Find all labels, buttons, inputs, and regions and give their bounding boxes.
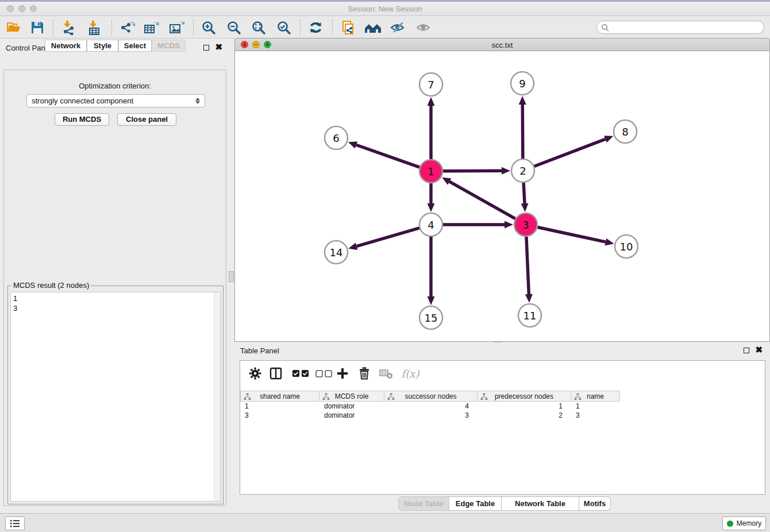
- table-panel: Table Panel ✖: [234, 342, 770, 513]
- mcds-result-text: 1 3: [11, 292, 220, 314]
- zoom-fit-icon[interactable]: [249, 20, 268, 36]
- tab-select[interactable]: Select: [118, 40, 152, 52]
- table-cell[interactable]: 1: [478, 402, 571, 411]
- edge-2-9[interactable]: [522, 105, 523, 159]
- control-panel-title: Control Panel: [6, 44, 51, 52]
- float-panel-icon[interactable]: [203, 45, 209, 51]
- table-cell[interactable]: 4: [384, 402, 478, 411]
- mcds-result-area[interactable]: 1 3: [10, 292, 221, 502]
- zoom-out-icon[interactable]: [224, 20, 244, 36]
- show-hidden-icon[interactable]: [414, 20, 433, 36]
- close-panel-button[interactable]: Close panel: [117, 113, 176, 126]
- export-network-icon[interactable]: [117, 20, 137, 36]
- function-builder-icon[interactable]: f(x): [399, 365, 422, 381]
- select-all-checkbox-icon[interactable]: [291, 365, 311, 381]
- network-overview-icon[interactable]: [363, 20, 383, 36]
- table-cell[interactable]: 3: [240, 411, 319, 420]
- graph-node-label: 8: [622, 126, 628, 138]
- save-session-icon[interactable]: [28, 20, 47, 36]
- tab-mcds[interactable]: MCDS: [152, 40, 186, 52]
- arrowhead-icon: [525, 294, 533, 303]
- result-scrollbar[interactable]: [214, 292, 220, 501]
- tab-node-table[interactable]: Node Table: [398, 496, 449, 511]
- tab-select-label: Select: [124, 41, 146, 50]
- network-canvas[interactable]: 7968124314101511: [234, 51, 770, 342]
- show-columns-icon[interactable]: [268, 365, 284, 381]
- hide-selected-icon[interactable]: [388, 20, 408, 36]
- zoom-selected-icon[interactable]: [274, 20, 294, 36]
- arrowhead-icon: [505, 221, 513, 229]
- column-header-label: predecessor nodes: [495, 392, 553, 400]
- search-input[interactable]: [611, 24, 764, 32]
- tab-network-table[interactable]: Network Table: [502, 496, 579, 511]
- main-titlebar: Session: New Session: [0, 2, 770, 16]
- table-cell[interactable]: dominator: [319, 411, 384, 420]
- arrowhead-icon: [502, 167, 510, 175]
- edge-3-11[interactable]: [526, 237, 529, 294]
- export-image-icon[interactable]: [167, 20, 186, 36]
- toolbar-separator: [193, 20, 194, 36]
- list-icon: [10, 519, 20, 528]
- tab-motifs[interactable]: Motifs: [579, 496, 611, 511]
- network-window-title: scc.txt: [235, 41, 769, 49]
- task-history-button[interactable]: [5, 516, 25, 530]
- deselect-all-checkbox-icon[interactable]: [314, 365, 334, 381]
- column-header-MCDS-role[interactable]: MCDS role: [319, 391, 384, 402]
- arrowhead-icon: [348, 242, 357, 249]
- search-icon: [601, 24, 609, 32]
- close-panel-icon[interactable]: ✖: [215, 44, 222, 50]
- delete-column-icon[interactable]: [356, 365, 372, 381]
- control-panel: Control Panel ✖ Network Style Select MCD…: [0, 40, 230, 513]
- edge-4-14[interactable]: [357, 228, 419, 246]
- import-network-icon[interactable]: [59, 20, 78, 36]
- import-table-icon[interactable]: [84, 20, 104, 36]
- graph-node-label: 6: [333, 132, 339, 144]
- edge-2-3[interactable]: [523, 183, 525, 203]
- tab-network[interactable]: Network: [45, 40, 87, 52]
- toolbar-separator: [300, 20, 301, 36]
- criterion-select[interactable]: strongly connected component: [26, 94, 205, 107]
- memory-button[interactable]: Memory: [722, 516, 766, 530]
- add-column-icon[interactable]: [334, 365, 351, 381]
- column-header-shared-name[interactable]: shared name: [240, 391, 319, 402]
- zoom-in-icon[interactable]: [199, 20, 218, 36]
- table-settings-icon[interactable]: [247, 365, 263, 381]
- table-cell[interactable]: 1: [240, 402, 319, 411]
- edge-1-6[interactable]: [356, 145, 419, 167]
- session-title: Session: New Session: [0, 5, 770, 13]
- edge-1-2[interactable]: [443, 171, 502, 171]
- table-cell[interactable]: dominator: [319, 402, 384, 411]
- search-field[interactable]: [596, 21, 764, 34]
- tab-edge-table[interactable]: Edge Table: [449, 496, 502, 511]
- table-close-icon[interactable]: ✖: [755, 347, 763, 353]
- table-tabs-row: Node TableEdge TableNetwork TableMotifs: [234, 496, 770, 511]
- graph-node-label: 1: [428, 165, 434, 178]
- graph-node-label: 11: [523, 310, 537, 322]
- status-bar: Memory: [0, 513, 770, 532]
- duplicate-network-icon[interactable]: [338, 20, 358, 36]
- edge-3-10[interactable]: [538, 227, 606, 242]
- apply-layout-icon[interactable]: [306, 20, 326, 36]
- main-toolbar: [0, 17, 770, 38]
- edge-2-8[interactable]: [534, 139, 606, 166]
- export-table-icon[interactable]: [141, 20, 161, 36]
- column-header-label: name: [587, 392, 604, 400]
- delete-table-icon[interactable]: [378, 365, 394, 381]
- column-header-name[interactable]: name: [571, 391, 620, 402]
- network-window-titlebar[interactable]: x − + scc.txt: [234, 38, 770, 51]
- vertical-splitter-grip[interactable]: [229, 271, 234, 282]
- table-cell[interactable]: 2: [478, 411, 571, 420]
- edge-3-1[interactable]: [449, 182, 515, 219]
- graph-node-label: 4: [428, 219, 434, 231]
- table-cell[interactable]: 3: [384, 411, 478, 420]
- tab-style[interactable]: Style: [87, 40, 118, 52]
- run-mcds-button[interactable]: Run MCDS: [55, 113, 109, 126]
- table-float-icon[interactable]: [744, 348, 749, 353]
- table-cell[interactable]: 3: [571, 411, 620, 420]
- arrowhead-icon: [605, 238, 614, 246]
- column-header-label: shared name: [260, 392, 300, 400]
- table-cell[interactable]: 1: [571, 402, 620, 411]
- column-header-predecessor-nodes[interactable]: predecessor nodes: [478, 391, 571, 402]
- column-header-successor-nodes[interactable]: successor nodes: [384, 391, 478, 402]
- open-file-icon[interactable]: [5, 20, 24, 36]
